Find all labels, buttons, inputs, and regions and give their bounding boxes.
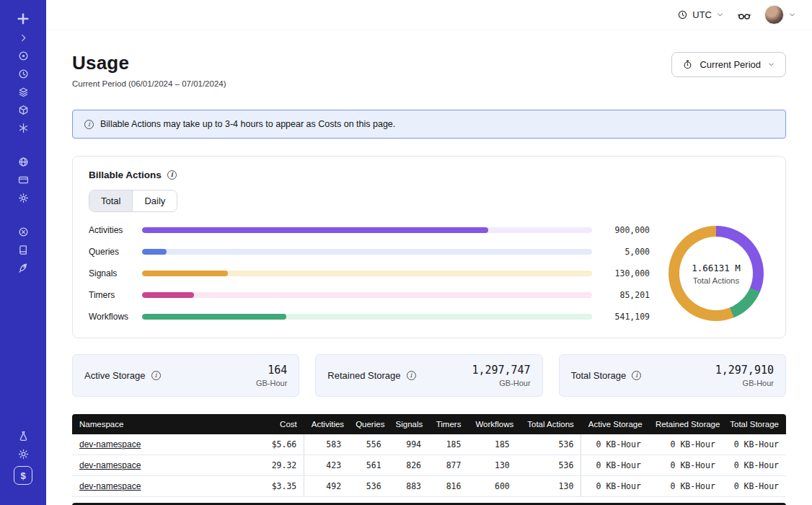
stat-value: 1,297,910 — [715, 364, 774, 377]
active-storage-card: Active Storage 164 GB-Hour — [72, 354, 299, 397]
column-header: Signals — [389, 414, 428, 434]
tab-daily[interactable]: Daily — [133, 190, 177, 211]
rings-icon — [17, 50, 30, 62]
sidebar-item-support[interactable] — [9, 223, 37, 241]
info-icon[interactable] — [167, 170, 177, 180]
chevron-down-icon — [716, 11, 724, 19]
asterisk-icon — [17, 122, 30, 134]
column-header: Activities — [304, 414, 348, 434]
table-cell: $3.35 — [251, 476, 304, 497]
account-menu[interactable] — [764, 5, 796, 25]
sidebar — [0, 0, 46, 505]
bar-track — [142, 271, 592, 276]
table-cell: 0 KB-Hour — [648, 476, 723, 497]
namespace-link[interactable]: dev-namespace — [79, 460, 141, 470]
sidebar-item-credits[interactable] — [9, 463, 37, 488]
column-header: Total Actions — [517, 414, 581, 434]
stat-label-wrap: Active Storage — [84, 370, 161, 381]
info-icon[interactable] — [632, 371, 641, 380]
namespace-cell: dev-namespace — [72, 434, 251, 455]
bar-track — [142, 249, 592, 255]
bar-row: Signals130,000 — [89, 268, 650, 278]
table-cell: 877 — [428, 455, 468, 476]
column-header: Cost — [251, 414, 304, 434]
bar-fill — [142, 271, 228, 276]
column-header: Retained Storage — [648, 414, 723, 434]
usage-page: Usage Current Period (06/01/2024 – 07/01… — [46, 30, 812, 505]
sidebar-item-nexus[interactable] — [9, 119, 37, 137]
sidebar-item-deployments[interactable] — [9, 101, 37, 119]
stat-unit: GB-Hour — [472, 379, 530, 387]
namespace-link[interactable]: dev-namespace — [79, 439, 141, 449]
bar-category-label: Workflows — [89, 312, 142, 322]
table-cell: 561 — [348, 455, 388, 476]
sidebar-item-labs[interactable] — [9, 427, 37, 445]
table-cell: 556 — [348, 434, 388, 455]
bar-track — [142, 227, 592, 233]
table-cell: 0 KB-Hour — [648, 455, 723, 476]
chevron-down-icon — [767, 61, 775, 69]
table-cell: 130 — [517, 476, 581, 497]
circle-x-icon — [17, 226, 30, 238]
retained-storage-card: Retained Storage 1,297,747 GB-Hour — [315, 354, 542, 397]
stat-value-wrap: 1,297,747 GB-Hour — [472, 364, 530, 387]
sun-icon — [17, 448, 30, 460]
bar-row: Timers85,201 — [89, 290, 650, 300]
bar-row: Workflows541,109 — [89, 312, 650, 322]
chevron-right-icon — [18, 32, 29, 43]
layers-icon — [17, 86, 30, 98]
stat-label: Total Storage — [571, 370, 627, 381]
column-header: Queries — [348, 414, 388, 434]
stat-value: 164 — [256, 364, 287, 377]
sidebar-item-usage[interactable] — [9, 65, 37, 83]
timezone-selector[interactable]: UTC — [677, 9, 724, 20]
table-cell: 0 KB-Hour — [581, 434, 648, 455]
bar-value: 85,201 — [592, 290, 650, 300]
table-cell: 536 — [517, 455, 581, 476]
sidebar-item-workflows[interactable] — [9, 83, 37, 101]
column-header: Workflows — [468, 414, 516, 434]
column-header: Timers — [428, 414, 468, 434]
info-icon — [84, 120, 94, 129]
page-subtitle: Current Period (06/01/2024 – 07/01/2024) — [72, 79, 226, 88]
period-select-label: Current Period — [700, 59, 761, 70]
stat-value-wrap: 1,297,910 GB-Hour — [715, 364, 774, 387]
feedback-button[interactable] — [737, 8, 751, 22]
sidebar-item-namespaces[interactable] — [9, 47, 37, 65]
sidebar-item-docs[interactable] — [9, 241, 37, 259]
flask-icon — [17, 430, 30, 442]
table-cell: 29.32 — [251, 455, 304, 476]
table-cell: 0 KB-Hour — [723, 455, 786, 476]
info-banner-text: Billable Actions may take up to 3-4 hour… — [100, 119, 395, 129]
table-cell: 600 — [468, 476, 516, 497]
namespace-cell: dev-namespace — [72, 476, 251, 497]
billable-chart-area: Activities900,000Queries5,000Signals130,… — [89, 225, 769, 322]
billable-actions-header: Billable Actions — [89, 170, 769, 180]
sidebar-item-cloud[interactable] — [9, 153, 37, 171]
total-actions-donut: 1.66131 M Total Actions — [668, 226, 764, 321]
info-icon[interactable] — [407, 371, 416, 380]
sidebar-item-collapse[interactable] — [9, 29, 37, 47]
info-icon[interactable] — [151, 371, 161, 380]
stat-value: 1,297,747 — [472, 364, 530, 377]
table-cell: 0 KB-Hour — [648, 434, 723, 455]
sidebar-item-theme[interactable] — [9, 445, 37, 463]
page-title-block: Usage Current Period (06/01/2024 – 07/01… — [72, 52, 226, 88]
sidebar-item-getting-started[interactable] — [9, 259, 37, 277]
dollar-badge-icon — [14, 466, 32, 485]
glasses-icon — [737, 8, 751, 22]
table-cell: 130 — [468, 455, 516, 476]
period-select-button[interactable]: Current Period — [671, 52, 786, 77]
sidebar-item-billing[interactable] — [9, 171, 37, 189]
billable-actions-title: Billable Actions — [89, 170, 162, 180]
bar-value: 541,109 — [592, 312, 650, 322]
sidebar-item-logo[interactable] — [9, 9, 37, 29]
donut-wrap: 1.66131 M Total Actions — [663, 226, 769, 321]
table-cell: 883 — [389, 476, 428, 497]
bar-fill — [142, 314, 286, 320]
chevron-down-icon — [788, 11, 796, 19]
tab-total[interactable]: Total — [89, 190, 133, 211]
sidebar-item-settings[interactable] — [9, 189, 37, 207]
namespace-link[interactable]: dev-namespace — [79, 481, 141, 491]
bar-category-label: Signals — [89, 268, 142, 278]
